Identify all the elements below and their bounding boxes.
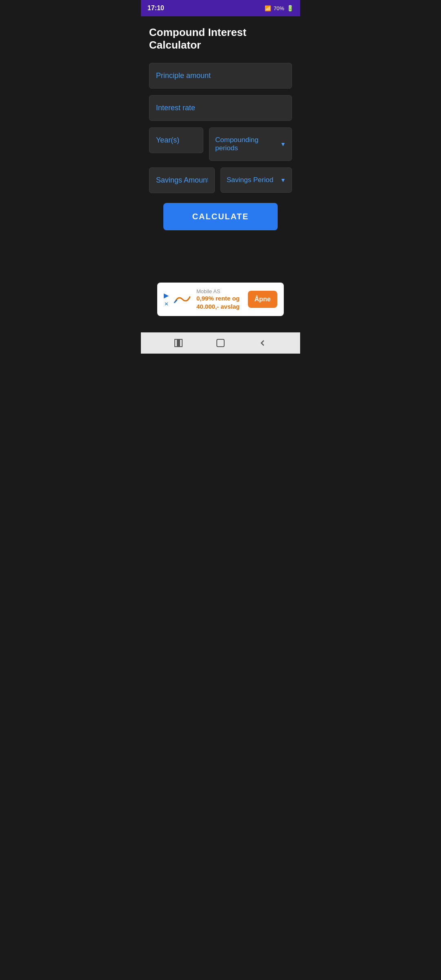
svg-rect-1 <box>178 339 179 347</box>
years-input[interactable] <box>149 127 203 153</box>
form-container: Compounding periods ▼ Savings Period ▼ C… <box>149 63 292 230</box>
savings-period-label: Savings Period <box>227 176 273 184</box>
compounding-periods-dropdown[interactable]: Compounding periods ▼ <box>209 127 292 161</box>
signal-icon: 📶 <box>265 5 271 11</box>
ad-company: Mobile AS <box>196 288 243 294</box>
interest-rate-input[interactable] <box>149 95 292 121</box>
principle-amount-input[interactable] <box>149 63 292 89</box>
calculate-button[interactable]: CALCULATE <box>163 203 278 230</box>
app-content: Compound Interest Calculator Compounding… <box>141 16 300 332</box>
status-icons: 📶 70% 🔋 <box>262 5 294 11</box>
bottom-nav-bar <box>141 332 300 354</box>
compounding-periods-arrow-icon: ▼ <box>280 141 286 147</box>
compounding-periods-label: Compounding periods <box>215 136 278 152</box>
savings-amount-input[interactable] <box>149 167 215 193</box>
savings-period-arrow-icon: ▼ <box>280 177 286 183</box>
svg-rect-3 <box>217 339 224 347</box>
ad-open-button[interactable]: Åpne <box>248 291 277 308</box>
app-title: Compound Interest Calculator <box>149 26 292 51</box>
ad-icon-area: ▶ ✕ <box>164 292 169 307</box>
ad-banner: ▶ ✕ Mobile AS 0,99% rente og 40.000,- av… <box>157 283 284 316</box>
ad-play-icon: ▶ <box>164 292 169 299</box>
ad-description: 0,99% rente og 40.000,- avslag <box>196 294 243 310</box>
status-time: 17:10 <box>147 4 164 12</box>
ad-logo <box>174 294 192 305</box>
savings-period-dropdown[interactable]: Savings Period ▼ <box>220 167 292 193</box>
svg-rect-0 <box>175 339 177 347</box>
savings-row: Savings Period ▼ <box>149 167 292 193</box>
recent-apps-button[interactable] <box>174 338 183 348</box>
ad-close-icon[interactable]: ✕ <box>164 301 169 307</box>
battery-icon: 🔋 <box>287 5 294 11</box>
years-compounding-row: Compounding periods ▼ <box>149 127 292 161</box>
battery-text: 70% <box>274 5 284 11</box>
status-bar: 17:10 📶 70% 🔋 <box>141 0 300 16</box>
home-button[interactable] <box>216 338 225 348</box>
svg-rect-2 <box>180 339 182 347</box>
back-button[interactable] <box>258 338 267 348</box>
ad-text-area: Mobile AS 0,99% rente og 40.000,- avslag <box>196 288 243 310</box>
